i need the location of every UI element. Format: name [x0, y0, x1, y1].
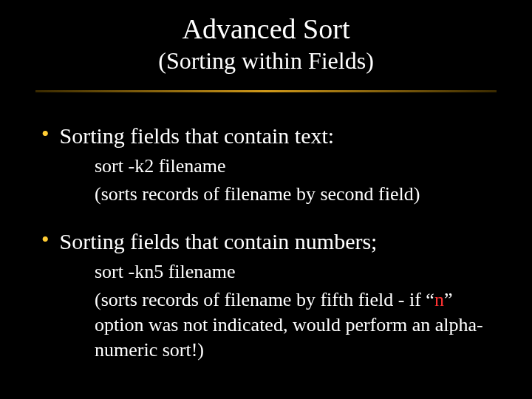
sub-bullet-text: sort -kn5 filename	[95, 259, 497, 284]
bullet-dot-icon: •	[41, 228, 50, 251]
sub-bullet-text: (sorts records of filename by second fie…	[95, 182, 497, 207]
bullet-text: Sorting fields that contain text:	[60, 122, 335, 150]
svg-rect-0	[35, 90, 497, 92]
sub-bullet-text: (sorts records of filename by fifth fiel…	[95, 287, 497, 362]
divider	[35, 82, 497, 101]
highlight-n: n	[434, 289, 444, 310]
slide-subtitle: (Sorting within Fields)	[35, 47, 497, 75]
bullet-item: • Sorting fields that contain text:	[41, 122, 497, 150]
bullet-item: • Sorting fields that contain numbers;	[41, 228, 497, 256]
divider-line-icon	[35, 82, 497, 101]
slide: Advanced Sort (Sorting within Fields) • …	[0, 0, 532, 399]
sub-bullet-fragment: (sorts records of filename by fifth fiel…	[95, 289, 434, 310]
slide-body: • Sorting fields that contain text: sort…	[35, 122, 497, 363]
bullet-dot-icon: •	[41, 122, 50, 146]
bullet-text: Sorting fields that contain numbers;	[60, 228, 378, 256]
slide-title: Advanced Sort	[35, 13, 497, 46]
sub-bullet-text: sort -k2 filename	[95, 154, 497, 179]
